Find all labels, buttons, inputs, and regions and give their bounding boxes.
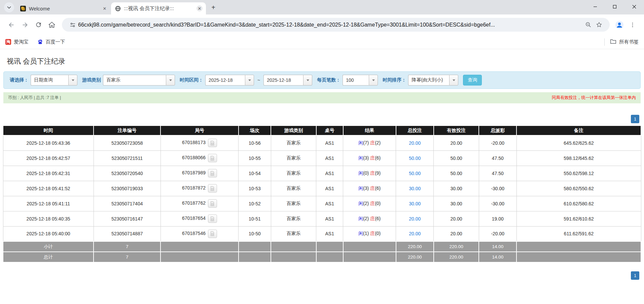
per-page-value[interactable]: 100 <box>343 75 369 86</box>
date-start-value[interactable]: 2025-12-18 <box>205 75 245 86</box>
cell-total-bet[interactable]: 30.00 <box>396 196 434 211</box>
round-id-text: 670187989 <box>182 170 206 175</box>
video-replay-button[interactable] <box>208 169 217 177</box>
result-banker-label: 庄 <box>370 216 375 221</box>
cell-total-bet[interactable]: 20.00 <box>396 211 434 226</box>
cell-remark: 580.62/550.62 <box>516 181 641 196</box>
video-replay-button[interactable] <box>208 154 217 162</box>
all-bookmarks-button[interactable]: 所有书签 <box>619 39 639 45</box>
sort-dropdown[interactable]: 降幂(由大到小) <box>408 75 458 86</box>
cell-game-type: 百家乐 <box>271 166 316 181</box>
pagination-page-1-top[interactable]: 1 <box>631 115 639 123</box>
query-button[interactable]: 查询 <box>463 75 482 86</box>
cell-bet-id: 523050714887 <box>94 226 160 241</box>
reload-button[interactable] <box>32 18 45 32</box>
total-bet-link[interactable]: 20.00 <box>409 231 421 236</box>
table-row: 2025-12-18 05:41:11523050717404670187762… <box>3 196 641 211</box>
chevron-down-icon[interactable] <box>449 75 458 86</box>
cell-total-bet[interactable]: 50.00 <box>396 150 434 166</box>
total-bet-link[interactable]: 50.00 <box>409 171 421 176</box>
video-replay-button[interactable] <box>208 214 217 223</box>
home-button[interactable] <box>45 18 59 32</box>
per-page-dropdown[interactable]: 100 <box>343 75 378 86</box>
total-bet-link[interactable]: 20.00 <box>409 216 421 222</box>
cell-total-bet[interactable]: 20.00 <box>396 226 434 241</box>
chevron-down-icon[interactable] <box>303 75 312 86</box>
result-banker-label: 庄 <box>370 201 375 206</box>
cell-total-bet[interactable]: 50.00 <box>396 166 434 181</box>
sort-label: 时间排序： <box>383 77 406 83</box>
cell-round-id: 670187872 <box>160 181 238 196</box>
result-player-label: 闲 <box>358 185 363 191</box>
minimize-button[interactable] <box>585 0 605 13</box>
sum-total-bet: 220.00 <box>396 241 434 252</box>
profile-avatar[interactable] <box>613 19 626 31</box>
date-start-dropdown[interactable]: 2025-12-18 <box>205 75 254 86</box>
tab-close-icon[interactable]: ✕ <box>196 5 203 11</box>
chevron-down-icon[interactable] <box>369 75 378 86</box>
column-header-10: 备注 <box>516 126 641 135</box>
video-replay-button[interactable] <box>208 230 217 238</box>
chevron-down-icon[interactable] <box>68 75 77 86</box>
maximize-button[interactable] <box>605 0 624 13</box>
tab-search-button[interactable] <box>4 2 14 12</box>
browser-menu-icon[interactable] <box>626 18 639 32</box>
cell-round-id: 670187546 <box>160 226 238 241</box>
cell-table-no: AS1 <box>316 135 343 150</box>
date-end-dropdown[interactable]: 2025-12-18 <box>263 75 312 86</box>
new-tab-button[interactable]: + <box>209 3 218 12</box>
cell-total-bet[interactable]: 20.00 <box>396 135 434 150</box>
pagination-page-1-bottom[interactable]: 1 <box>631 271 639 280</box>
sum-payout: 14.00 <box>479 241 516 252</box>
bookmark-aitaobao[interactable]: 淘 爱淘宝 <box>5 39 29 45</box>
url-text[interactable]: 66cxkj98.com/game/betrecord_search/kind3… <box>78 22 583 28</box>
select-mode-value[interactable]: 日期查询 <box>31 75 68 86</box>
tab-betrecord[interactable]: :::视讯 会员下注纪录::: ✕ <box>111 2 206 14</box>
browser-tab-strip: Welcome ✕ :::视讯 会员下注纪录::: ✕ + <box>0 0 644 14</box>
film-icon <box>210 231 215 236</box>
tab-close-icon[interactable]: ✕ <box>102 5 108 11</box>
film-icon <box>210 216 215 221</box>
cell-result: 闲(1) 庄(0) <box>343 226 396 241</box>
result-player-points: (0) <box>363 170 370 176</box>
chevron-down-icon[interactable] <box>166 75 175 86</box>
sum-empty <box>239 241 271 252</box>
bookmark-star-icon[interactable] <box>594 20 604 30</box>
cell-time: 2025-12-18 05:41:11 <box>3 196 94 211</box>
site-settings-icon[interactable] <box>67 20 78 30</box>
date-end-value[interactable]: 2025-12-18 <box>263 75 303 86</box>
select-mode-dropdown[interactable]: 日期查询 <box>31 75 77 86</box>
cell-bet-id: 523050717404 <box>94 196 160 211</box>
round-id-text: 670187654 <box>182 215 206 221</box>
column-header-7: 总投注 <box>396 126 434 135</box>
cell-remark: 610.62/580.62 <box>516 196 641 211</box>
sort-value[interactable]: 降幂(由大到小) <box>408 75 449 86</box>
bookmarks-bar: 淘 爱淘宝 百度一下 所有书签 <box>0 35 644 49</box>
game-type-dropdown[interactable]: 百家乐 <box>103 75 175 86</box>
zoom-out-icon[interactable] <box>583 20 594 30</box>
column-header-3: 场次 <box>239 126 271 135</box>
forward-button[interactable] <box>18 18 32 32</box>
cell-table-no: AS1 <box>316 181 343 196</box>
video-replay-button[interactable] <box>208 139 217 147</box>
total-bet-link[interactable]: 20.00 <box>409 140 421 146</box>
tab-welcome[interactable]: Welcome ✕ <box>16 2 111 14</box>
video-replay-button[interactable] <box>208 184 217 193</box>
total-bet-link[interactable]: 50.00 <box>409 156 421 161</box>
cell-total-bet[interactable]: 30.00 <box>396 181 434 196</box>
close-window-button[interactable] <box>624 0 644 13</box>
total-bet-link[interactable]: 30.00 <box>409 201 421 206</box>
bookmark-baidu[interactable]: 百度一下 <box>37 39 65 45</box>
game-type-value[interactable]: 百家乐 <box>103 75 166 86</box>
bookmark-label: 爱淘宝 <box>14 39 29 45</box>
video-replay-button[interactable] <box>208 199 217 208</box>
column-header-0: 时间 <box>3 126 94 135</box>
cell-table-no: AS1 <box>316 150 343 166</box>
chevron-down-icon[interactable] <box>245 75 254 86</box>
cell-result: 闲(2) 庄(0) <box>343 196 396 211</box>
cell-round-id: 670187989 <box>160 166 238 181</box>
result-banker-points: (0) <box>375 231 381 236</box>
back-button[interactable] <box>5 18 18 32</box>
total-bet-link[interactable]: 30.00 <box>409 186 421 191</box>
address-bar[interactable]: 66cxkj98.com/game/betrecord_search/kind3… <box>62 18 610 32</box>
